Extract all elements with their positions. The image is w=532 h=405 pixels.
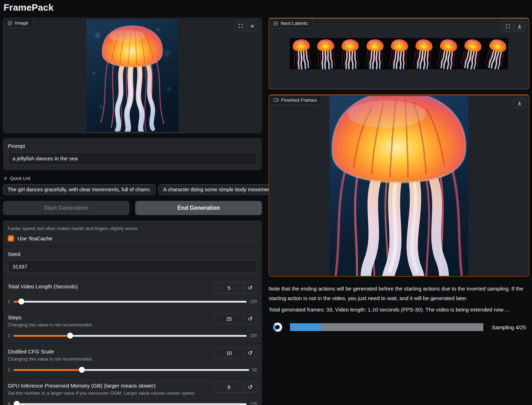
gpu-memory-slider[interactable]: [14, 403, 247, 405]
teacache-checkbox[interactable]: ✓ Use TeaCache: [8, 235, 257, 241]
download-icon[interactable]: [513, 98, 525, 108]
teacache-section: Faster speed, but often makes hands and …: [3, 220, 262, 246]
latent-frame: [459, 38, 484, 69]
framepack-app: FramePack Image: [0, 0, 532, 405]
start-generation-button[interactable]: Start Generation: [3, 201, 130, 215]
steps-slider[interactable]: [14, 335, 247, 337]
latents-filmstrip: [290, 38, 508, 69]
quick-prompt-button-1[interactable]: The girl dances gracefully, with clear m…: [3, 184, 156, 195]
prompt-label: Prompt: [8, 143, 257, 149]
slider-handle[interactable]: [79, 367, 85, 373]
slider-handle[interactable]: [14, 401, 20, 405]
checkbox-checked-icon[interactable]: ✓: [8, 235, 14, 241]
cfg-slider[interactable]: [14, 369, 249, 371]
latent-frame: [290, 38, 314, 69]
download-icon[interactable]: [513, 21, 525, 31]
input-image[interactable]: [86, 20, 178, 132]
reset-icon[interactable]: ↺: [243, 283, 257, 293]
page-title: FramePack: [0, 0, 532, 13]
progress-row: Sampling 4/25: [269, 323, 529, 332]
steps-number-input[interactable]: 25: [215, 314, 243, 324]
latent-frame: [363, 38, 387, 69]
video-length-slider-block: Total Video Length (Seconds) 5 ↺ 1 120: [3, 278, 262, 309]
image-icon: [7, 21, 12, 26]
finished-frames-label: Finished Frames: [269, 95, 322, 105]
fullscreen-button[interactable]: [502, 21, 513, 31]
reset-icon[interactable]: ↺: [243, 382, 257, 392]
next-latents-panel: Next Latents: [269, 18, 529, 89]
video-length-number-input[interactable]: 5: [215, 283, 243, 293]
generation-status: Total generated frames: 33, Video length…: [269, 307, 529, 313]
input-image-panel: Image ✕: [3, 18, 262, 133]
latent-frame: [338, 38, 362, 69]
slider-handle[interactable]: [67, 333, 73, 339]
progress-label: Sampling 4/25: [492, 324, 526, 330]
close-icon[interactable]: ✕: [246, 21, 258, 31]
progress-bar: [290, 323, 483, 331]
gpu-memory-slider-block: GPU Inference Preserved Memory (GB) (lar…: [3, 377, 262, 405]
settings-group: Faster speed, but often makes hands and …: [3, 220, 262, 405]
video-length-slider[interactable]: [14, 301, 247, 303]
finished-frames-video[interactable]: [330, 96, 468, 276]
next-latents-label: Next Latents: [269, 18, 312, 28]
quick-prompt-button-2[interactable]: A character doing some simple body movem…: [158, 184, 280, 195]
reset-icon[interactable]: ↺: [243, 314, 257, 324]
gpu-memory-number-input[interactable]: 6: [215, 382, 243, 392]
reset-icon[interactable]: ↺: [243, 348, 257, 358]
latent-frame: [411, 38, 435, 69]
quick-list-header: Quick List: [4, 176, 262, 181]
seed-section: Seed 31337: [3, 246, 262, 278]
latent-frame: [435, 38, 459, 69]
cfg-number-input[interactable]: 10: [215, 348, 243, 358]
prompt-input[interactable]: a jellyfish dances in the sea: [8, 152, 257, 165]
finished-frames-panel: Finished Frames: [269, 95, 529, 277]
image-icon: [273, 21, 278, 26]
latent-frame: [314, 38, 338, 69]
prompt-block: Prompt a jellyfish dances in the sea: [3, 138, 262, 170]
sampling-note: Note that the ending actions will be gen…: [269, 284, 529, 303]
end-generation-button[interactable]: End Generation: [135, 201, 262, 215]
slider-handle[interactable]: [18, 299, 24, 305]
loading-spinner-icon: [273, 323, 282, 332]
fullscreen-button[interactable]: [235, 21, 246, 31]
seed-label: Seed: [8, 251, 257, 257]
video-icon: [273, 98, 279, 102]
image-panel-label: Image: [3, 18, 33, 28]
cfg-slider-block: Distilled CFG Scale Changing this value …: [3, 343, 262, 377]
teacache-info: Faster speed, but often makes hands and …: [8, 226, 257, 231]
steps-slider-block: Steps Changing this value is not recomme…: [3, 309, 262, 343]
seed-input[interactable]: 31337: [8, 260, 257, 273]
list-icon: [4, 176, 8, 181]
latent-frame: [387, 38, 411, 69]
latent-frame: [484, 38, 508, 69]
